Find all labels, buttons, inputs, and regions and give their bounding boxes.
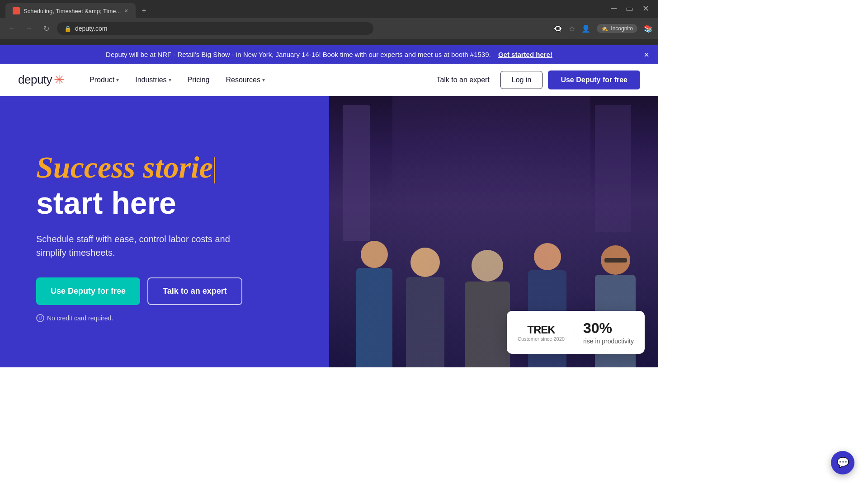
nav-links: Product ▾ Industries ▾ Pricing Resources… — [82, 72, 422, 88]
industries-chevron-icon: ▾ — [169, 77, 171, 83]
close-window-button[interactable]: ✕ — [642, 4, 649, 14]
maximize-button[interactable]: ▭ — [626, 4, 633, 14]
nav-industries[interactable]: Industries ▾ — [128, 72, 178, 88]
banner-close-button[interactable]: × — [644, 49, 649, 60]
trek-logo-text: TREK — [527, 324, 555, 336]
bookmark-star-icon[interactable]: ☆ — [569, 24, 575, 33]
login-button[interactable]: Log in — [500, 71, 543, 89]
active-tab[interactable]: Scheduling, Timesheet &amp; Time... × — [5, 3, 136, 19]
pricing-label: Pricing — [188, 76, 210, 84]
trek-stat-label: rise in productivity — [583, 338, 634, 345]
no-credit-card-icon: ↺ — [36, 314, 44, 322]
hero-content: Success storie start here Schedule staff… — [0, 96, 329, 367]
cursor-blink — [214, 157, 215, 183]
nav-product[interactable]: Product ▾ — [82, 72, 126, 88]
banner-cta-link[interactable]: Get started here! — [498, 51, 552, 58]
hero-photo-background: TREK Customer since 2020 30% rise in pro… — [329, 96, 658, 367]
back-button[interactable]: ← — [5, 24, 18, 33]
address-bar[interactable]: 🔒 deputy.com — [57, 22, 373, 35]
tab-favicon — [13, 7, 20, 14]
hero-buttons: Use Deputy for free Talk to an expert — [36, 277, 293, 305]
incognito-hat-icon: 🕵️ — [601, 25, 608, 32]
user-profile-icon[interactable]: 👤 — [581, 24, 590, 33]
url-text: deputy.com — [75, 25, 107, 32]
resources-chevron-icon: ▾ — [262, 77, 265, 83]
tab-title: Scheduling, Timesheet &amp; Time... — [24, 8, 121, 14]
product-label: Product — [90, 76, 114, 84]
incognito-label: Incognito — [611, 25, 633, 32]
hero-animated-headline: Success storie — [36, 150, 293, 184]
svg-point-0 — [14, 9, 19, 13]
nav-pricing[interactable]: Pricing — [180, 72, 217, 88]
nav-resources[interactable]: Resources ▾ — [219, 72, 272, 88]
bookmarks-button[interactable]: 📚 — [644, 24, 653, 33]
eye-slash-icon: 👁‍🗨 — [553, 24, 562, 33]
hero-subtext: Schedule staff with ease, control labor … — [36, 232, 235, 259]
logo-text: deputy — [18, 73, 52, 87]
trek-percentage: 30% — [583, 320, 634, 337]
browser-tab-bar: Scheduling, Timesheet &amp; Time... × + — [0, 0, 658, 18]
hero-talk-expert-button[interactable]: Talk to an expert — [147, 277, 242, 305]
forward-button[interactable]: → — [23, 24, 35, 33]
logo-asterisk-icon: ✳ — [54, 72, 64, 87]
trek-logo-section: TREK Customer since 2020 — [518, 324, 574, 342]
hero-static-headline: start here — [36, 186, 293, 220]
use-deputy-free-nav-button[interactable]: Use Deputy for free — [548, 70, 640, 89]
industries-label: Industries — [135, 76, 166, 84]
new-tab-button[interactable]: + — [137, 4, 151, 18]
no-credit-card-notice: ↺ No credit card required. — [36, 314, 293, 322]
deputy-logo[interactable]: deputy ✳ — [18, 72, 64, 87]
incognito-badge: 🕵️ Incognito — [597, 24, 637, 33]
trek-customer-since: Customer since 2020 — [518, 336, 565, 342]
browser-chrome: Scheduling, Timesheet &amp; Time... × + … — [0, 0, 658, 45]
lock-icon: 🔒 — [64, 25, 71, 32]
nav-actions: Talk to an expert Log in Use Deputy for … — [431, 70, 640, 89]
product-chevron-icon: ▾ — [116, 77, 119, 83]
tab-close-icon[interactable]: × — [124, 7, 128, 14]
refresh-button[interactable]: ↻ — [40, 24, 52, 33]
no-credit-card-text: No credit card required. — [47, 314, 113, 322]
browser-toolbar: ← → ↻ 🔒 deputy.com 👁‍🗨 ☆ 👤 🕵️ Incognito … — [0, 18, 658, 39]
toolbar-icons: 👁‍🗨 ☆ 👤 🕵️ Incognito 📚 — [553, 24, 653, 33]
main-navbar: deputy ✳ Product ▾ Industries ▾ Pricing … — [0, 64, 658, 96]
trek-stat-card: TREK Customer since 2020 30% rise in pro… — [507, 311, 645, 354]
hero-section: Success storie start here Schedule staff… — [0, 96, 658, 367]
hero-use-deputy-free-button[interactable]: Use Deputy for free — [36, 277, 140, 305]
banner-text: Deputy will be at NRF - Retail's Big Sho… — [106, 51, 491, 58]
announcement-banner: Deputy will be at NRF - Retail's Big Sho… — [0, 45, 658, 64]
resources-label: Resources — [226, 76, 260, 84]
minimize-button[interactable]: ─ — [611, 4, 617, 14]
hero-image-area: TREK Customer since 2020 30% rise in pro… — [329, 96, 658, 367]
trek-stats: 30% rise in productivity — [583, 320, 634, 345]
talk-to-expert-nav-link[interactable]: Talk to an expert — [431, 72, 495, 88]
